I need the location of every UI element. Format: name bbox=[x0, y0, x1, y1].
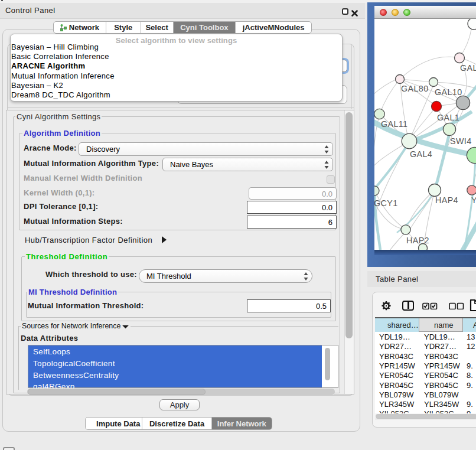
svg-text:GAL4: GAL4 bbox=[410, 149, 432, 159]
svg-text:GAL10: GAL10 bbox=[435, 87, 462, 97]
svg-text:SWI4: SWI4 bbox=[450, 136, 472, 146]
svg-text:HAP4: HAP4 bbox=[435, 195, 458, 205]
svg-text:GAL7: GAL7 bbox=[460, 63, 476, 73]
svg-text:GAL11: GAL11 bbox=[381, 119, 407, 129]
svg-text:HAP2: HAP2 bbox=[406, 236, 429, 245]
svg-text:GCY1: GCY1 bbox=[374, 198, 398, 208]
svg-text:GAL1: GAL1 bbox=[437, 113, 459, 122]
svg-text:Y: Y bbox=[471, 195, 476, 205]
svg-text:GAL80: GAL80 bbox=[401, 84, 429, 93]
